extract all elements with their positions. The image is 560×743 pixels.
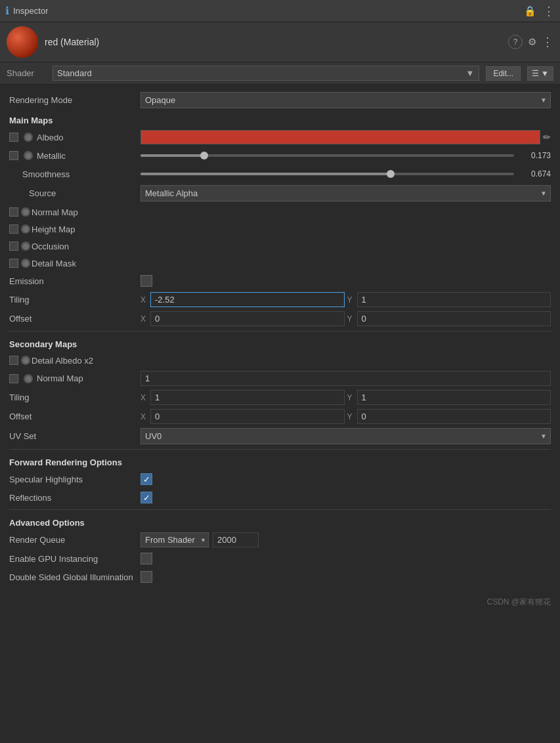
occlusion-info-icon: ◎ xyxy=(21,242,30,251)
smoothness-slider-fill xyxy=(140,173,391,175)
albedo-value: ✏ xyxy=(140,130,551,144)
secondary-tiling-y-input[interactable]: 1 xyxy=(357,390,551,405)
tiling-y-field: Y 1 xyxy=(347,292,551,307)
rendering-mode-select[interactable]: Opaque xyxy=(140,92,551,108)
reflections-value: ✓ xyxy=(140,492,551,503)
height-map-checkbox[interactable] xyxy=(9,224,18,234)
secondary-normal-label: Normal Map xyxy=(37,373,83,383)
divider-1 xyxy=(9,331,551,331)
secondary-tiling-value: X 1 Y 1 xyxy=(140,390,551,405)
detail-mask-checkbox[interactable] xyxy=(9,259,18,268)
secondary-offset-row: Offset X 0 Y 0 xyxy=(9,407,551,426)
metallic-label: Metallic xyxy=(37,151,66,161)
detail-albedo-label: Detail Albedo x2 xyxy=(32,356,93,366)
material-preview-sphere xyxy=(7,26,38,58)
gpu-instancing-checkbox[interactable] xyxy=(140,553,152,564)
material-header-left: red (Material) xyxy=(7,26,99,58)
secondary-normal-map-row: ◎ Normal Map xyxy=(9,369,551,388)
smoothness-value: 0.674 xyxy=(518,169,551,179)
double-sided-gi-checkbox[interactable] xyxy=(140,571,152,583)
detail-mask-row: ◎ Detail Mask xyxy=(9,255,551,272)
metallic-slider-thumb[interactable] xyxy=(200,152,208,159)
smoothness-label-wrap: Smoothness xyxy=(9,169,140,179)
emission-label: Emission xyxy=(9,276,140,286)
offset-y-label: Y xyxy=(347,314,355,324)
list-icon: ☰ xyxy=(532,69,539,78)
smoothness-row: Smoothness 0.674 xyxy=(9,165,551,183)
render-queue-row: Render Queue From Shader Geometry AlphaT… xyxy=(9,530,551,549)
emission-value xyxy=(140,275,551,287)
offset-value: X 0 Y 0 xyxy=(140,311,551,326)
specular-highlights-checkbox[interactable]: ✓ xyxy=(140,473,152,485)
double-sided-gi-row: Double Sided Global Illumination xyxy=(9,568,551,586)
secondary-tiling-y-label: Y xyxy=(347,393,355,402)
list-button[interactable]: ☰ ▼ xyxy=(527,66,553,81)
edit-button[interactable]: Edit... xyxy=(486,66,521,81)
eyedrop-icon[interactable]: ✏ xyxy=(543,132,551,142)
render-queue-select[interactable]: From Shader Geometry AlphaTest Transpare… xyxy=(140,532,209,547)
help-icon[interactable]: ? xyxy=(508,35,523,49)
height-map-label: Height Map xyxy=(32,224,75,234)
metallic-value: 0.173 xyxy=(518,151,551,160)
tiling-y-input[interactable]: 1 xyxy=(357,292,551,307)
lock-icon[interactable]: 🔒 xyxy=(524,5,536,17)
metallic-slider-track[interactable] xyxy=(140,154,514,157)
secondary-offset-x-label: X xyxy=(140,412,148,421)
source-label-wrap: Source xyxy=(9,188,140,198)
albedo-checkbox[interactable] xyxy=(9,133,18,142)
detail-albedo-checkbox[interactable] xyxy=(9,356,18,365)
secondary-tiling-row: Tiling X 1 Y 1 xyxy=(9,388,551,407)
secondary-tiling-y-field: Y 1 xyxy=(347,390,551,405)
metallic-checkbox[interactable] xyxy=(9,151,18,160)
shader-row: Shader Standard ▼ Edit... ☰ ▼ xyxy=(0,62,560,85)
shader-dropdown[interactable]: Standard xyxy=(53,66,479,81)
reflections-label: Reflections xyxy=(9,493,140,503)
secondary-offset-y-input[interactable]: 0 xyxy=(357,409,551,424)
render-queue-select-wrap: From Shader Geometry AlphaTest Transpare… xyxy=(140,532,209,547)
occlusion-checkbox[interactable] xyxy=(9,242,18,251)
secondary-offset-y-field: Y 0 xyxy=(347,409,551,424)
secondary-tiling-x-input[interactable]: 1 xyxy=(150,390,345,405)
inspector-header: ℹ Inspector 🔒 ⋮ xyxy=(0,0,560,22)
render-queue-number[interactable]: 2000 xyxy=(213,532,259,547)
tiling-x-label: X xyxy=(140,295,148,305)
gpu-instancing-row: Enable GPU Instancing xyxy=(9,549,551,568)
albedo-color-bar[interactable] xyxy=(140,130,540,144)
tiling-x-field: X -2.52 xyxy=(140,292,345,307)
settings-icon[interactable]: ⚙ xyxy=(528,36,536,48)
emission-checkbox[interactable] xyxy=(140,275,152,287)
secondary-maps-title: Secondary Maps xyxy=(9,334,551,352)
material-menu-icon[interactable]: ⋮ xyxy=(542,35,553,49)
menu-icon[interactable]: ⋮ xyxy=(543,4,555,18)
offset-y-input[interactable]: 0 xyxy=(357,311,551,326)
albedo-label-wrap: ◎ Albedo xyxy=(9,133,140,142)
offset-x-input[interactable]: 0 xyxy=(150,311,345,326)
metallic-row: ◎ Metallic 0.173 xyxy=(9,146,551,165)
metallic-slider-wrap: 0.173 xyxy=(140,151,551,160)
source-select[interactable]: Metallic Alpha xyxy=(140,185,551,202)
source-value: Metallic Alpha ▼ xyxy=(140,185,551,202)
uv-set-label: UV Set xyxy=(9,431,140,441)
secondary-normal-input[interactable] xyxy=(140,371,551,386)
emission-row: Emission xyxy=(9,272,551,290)
offset-label: Offset xyxy=(9,314,140,324)
detail-mask-info-icon: ◎ xyxy=(21,259,30,268)
smoothness-slider-thumb[interactable] xyxy=(387,170,395,178)
rendering-mode-label: Rendering Mode xyxy=(9,95,140,105)
albedo-label: Albedo xyxy=(37,133,63,142)
secondary-tiling-x-field: X 1 xyxy=(140,390,345,405)
smoothness-slider-track[interactable] xyxy=(140,173,514,175)
info-icon: ℹ xyxy=(5,5,9,17)
height-map-row: ◎ Height Map xyxy=(9,221,551,238)
main-maps-title: Main Maps xyxy=(9,110,551,128)
material-header-right: ? ⚙ ⋮ xyxy=(508,35,553,49)
secondary-offset-x-input[interactable]: 0 xyxy=(150,409,345,424)
tiling-x-input[interactable]: -2.52 xyxy=(150,292,345,307)
source-label: Source xyxy=(29,188,56,198)
uv-set-select[interactable]: UV0 UV1 xyxy=(140,428,551,444)
secondary-normal-checkbox[interactable] xyxy=(9,374,18,383)
reflections-checkbox[interactable]: ✓ xyxy=(140,492,152,503)
secondary-offset-y-label: Y xyxy=(347,412,355,421)
metallic-slider-fill xyxy=(140,154,204,157)
normal-map-checkbox[interactable] xyxy=(9,207,18,217)
